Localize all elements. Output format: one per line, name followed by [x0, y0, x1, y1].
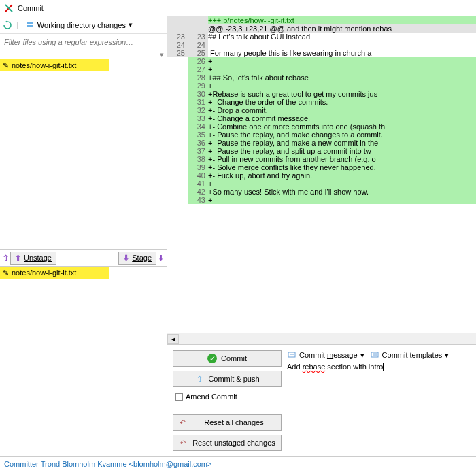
left-pane: | Working directory changes ▾ ▾ ✎ notes/…: [0, 16, 167, 456]
svg-rect-1: [27, 25, 33, 27]
reset-unstaged-button[interactable]: ↶ Reset unstaged changes: [173, 435, 282, 451]
diff-line[interactable]: 33+- Change a commit message.: [167, 114, 476, 122]
diff-view[interactable]: +++ b/notes/how-i-git-it.txt @@ -23,3 +2…: [167, 16, 476, 333]
chevron-down-icon: ▾: [129, 20, 133, 29]
titlebar: Commit: [0, 0, 476, 16]
unstaged-file-item[interactable]: ✎ notes/how-i-git-it.txt: [0, 59, 109, 71]
diff-line[interactable]: 31+- Change the order of the commits.: [167, 98, 476, 106]
check-icon: ✓: [207, 354, 217, 363]
diff-line[interactable]: 2323## Let's talk about GUI instead: [167, 33, 476, 41]
diff-line[interactable]: 37+- Pause the replay, and split up a co…: [167, 147, 476, 155]
arrow-down-icon: ⇩: [123, 254, 129, 263]
message-icon: [287, 350, 296, 360]
commit-push-button[interactable]: ⇧ Commit & push: [173, 371, 282, 387]
commit-message-dropdown[interactable]: Commit message ▾: [287, 350, 364, 360]
working-changes-label: Working directory changes: [37, 21, 126, 29]
diff-line[interactable]: 30+Rebase is such a great tool to get my…: [167, 90, 476, 98]
diff-line[interactable]: 36+- Pause the replay, and make a new co…: [167, 139, 476, 147]
push-up-icon: ⇧: [194, 374, 204, 384]
commit-templates-dropdown[interactable]: Commit templates ▾: [370, 350, 449, 360]
template-icon: [370, 350, 379, 360]
undo-icon: ↶: [177, 438, 187, 448]
modified-icon: ✎: [3, 61, 9, 70]
diff-line[interactable]: 32+- Drop a commit.: [167, 106, 476, 114]
left-toolbar: | Working directory changes ▾: [0, 16, 167, 34]
diff-line[interactable]: 27+: [167, 65, 476, 73]
diff-line[interactable]: 40+- Fuck up, abort and try again.: [167, 171, 476, 180]
commit-message-input[interactable]: Add rebase section with intro: [287, 363, 471, 371]
diff-line[interactable]: 34+- Combine one or more commits into on…: [167, 122, 476, 131]
file-name: notes/how-i-git-it.txt: [12, 61, 76, 69]
diff-file-header: +++ b/notes/how-i-git-it.txt: [167, 16, 476, 24]
committer-link[interactable]: Trond Blomholm Kvamme <blomholm@gmail.co…: [41, 460, 212, 468]
diff-line[interactable]: 2424: [167, 41, 476, 49]
app-icon: [4, 3, 14, 13]
unstage-all-icon[interactable]: ⇧: [3, 254, 9, 263]
reset-all-button[interactable]: ↶ Reset all changes: [173, 414, 282, 431]
unstaged-file-list[interactable]: ✎ notes/how-i-git-it.txt: [0, 59, 167, 249]
stage-button[interactable]: ⇩ Stage: [118, 252, 156, 265]
svg-rect-0: [27, 22, 33, 24]
refresh-icon[interactable]: [3, 20, 12, 30]
chevron-down-icon: ▾: [445, 351, 449, 360]
diff-line[interactable]: 43+: [167, 196, 476, 204]
staged-file-list[interactable]: ✎ notes/how-i-git-it.txt: [0, 267, 167, 456]
stage-toolbar: ⇧ ⇧ Unstage ⇩ Stage ⬇: [0, 249, 167, 267]
diff-line[interactable]: 29+: [167, 82, 476, 90]
commit-panel: ✓ Commit ⇧ Commit & push Amend Commit ↶ …: [167, 344, 476, 456]
arrow-up-icon: ⇧: [15, 254, 21, 263]
diff-line[interactable]: 41+: [167, 180, 476, 188]
committer-label: Committer: [4, 460, 39, 468]
commit-buttons: ✓ Commit ⇧ Commit & push Amend Commit ↶ …: [173, 350, 282, 451]
horizontal-scrollbar[interactable]: ◂: [167, 333, 476, 344]
diff-line[interactable]: 35+- Pause the replay, and make changes …: [167, 131, 476, 139]
staged-file-item[interactable]: ✎ notes/how-i-git-it.txt: [0, 267, 109, 279]
scroll-left-icon[interactable]: ◂: [167, 334, 179, 344]
undo-icon: ↶: [177, 418, 187, 427]
main-area: | Working directory changes ▾ ▾ ✎ notes/…: [0, 16, 476, 456]
file-name: notes/how-i-git-it.txt: [12, 269, 76, 277]
changes-icon: [25, 20, 35, 30]
filter-input[interactable]: [1, 35, 158, 49]
checkbox-icon: [175, 393, 183, 401]
diff-hunk-header: @@ -23,3 +23,21 @@ and then it might men…: [167, 24, 476, 33]
diff-line[interactable]: 28+## So, let's talk about rebase: [167, 73, 476, 82]
window-title: Commit: [18, 4, 44, 12]
right-pane: +++ b/notes/how-i-git-it.txt @@ -23,3 +2…: [167, 16, 476, 456]
chevron-down-icon: ▾: [360, 351, 364, 360]
filter-dropdown-arrow[interactable]: ▾: [0, 50, 167, 59]
diff-line[interactable]: 26+: [167, 57, 476, 65]
diff-line[interactable]: 42+So many uses! Stick with me and I'll …: [167, 188, 476, 196]
diff-line[interactable]: 2525 For many people this is like sweari…: [167, 49, 476, 57]
statusbar: Committer Trond Blomholm Kvamme <blomhol…: [0, 456, 476, 470]
diff-line[interactable]: 39+- Solve merge conflicts like they nev…: [167, 163, 476, 171]
diff-line[interactable]: 38+- Pull in new commits from another br…: [167, 155, 476, 163]
commit-button[interactable]: ✓ Commit: [173, 350, 282, 367]
unstage-button[interactable]: ⇧ Unstage: [10, 252, 56, 265]
amend-checkbox[interactable]: Amend Commit: [173, 391, 282, 402]
modified-icon: ✎: [3, 269, 9, 278]
working-changes-dropdown[interactable]: Working directory changes ▾: [22, 19, 135, 31]
stage-all-icon[interactable]: ⬇: [158, 254, 164, 263]
commit-message-area: Commit message ▾ Commit templates ▾ Add …: [287, 350, 471, 451]
